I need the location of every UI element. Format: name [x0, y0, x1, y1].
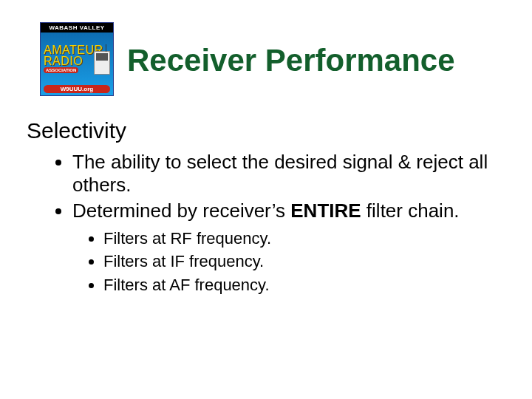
- slide: WABASH VALLEY AMATEUR RADIO ASSOCIATION …: [0, 0, 532, 399]
- list-item: Filters at IF frequency.: [103, 250, 505, 273]
- list-item: Filters at RF frequency.: [103, 228, 505, 250]
- text-bold: ENTIRE: [290, 200, 361, 222]
- list-item: Filters at AF frequency.: [103, 274, 505, 296]
- logo-top-bar: WABASH VALLEY: [41, 23, 113, 33]
- list-item: The ability to select the desired signal…: [72, 151, 505, 197]
- radio-icon: [94, 51, 110, 75]
- bullet-list-level2: Filters at RF frequency. Filters at IF f…: [103, 228, 505, 296]
- logo-body: AMATEUR RADIO ASSOCIATION: [41, 33, 113, 85]
- section-heading: Selectivity: [27, 118, 505, 143]
- bullet-list-level1: The ability to select the desired signal…: [72, 151, 505, 296]
- text-post: filter chain.: [361, 200, 460, 222]
- logo-line2: RADIO: [44, 55, 83, 66]
- slide-title: Receiver Performance: [127, 43, 455, 78]
- list-item: Determined by receiver’s ENTIRE filter c…: [72, 200, 505, 296]
- logo-url: W9UUU.org: [44, 85, 110, 93]
- logo-association: ASSOCIATION: [44, 67, 78, 73]
- club-logo: WABASH VALLEY AMATEUR RADIO ASSOCIATION …: [40, 22, 114, 96]
- text-pre: Determined by receiver’s: [72, 200, 290, 222]
- slide-body: Selectivity The ability to select the de…: [27, 118, 505, 299]
